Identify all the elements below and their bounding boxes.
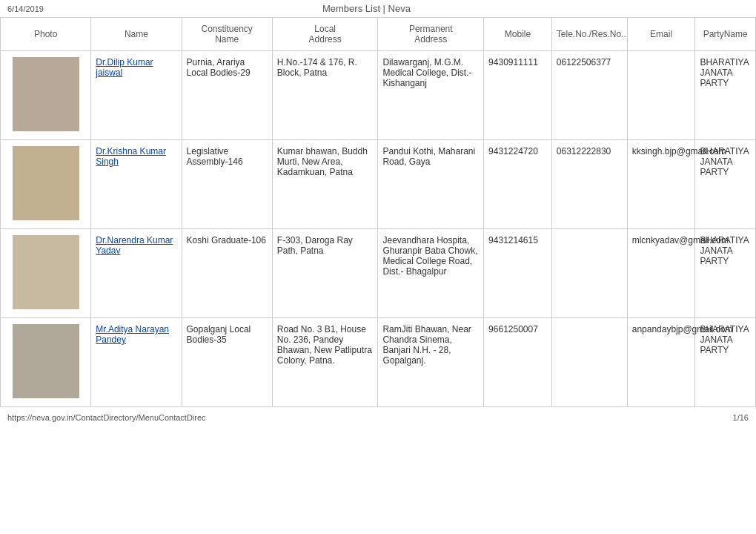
constituency-cell: Koshi Graduate-106 (182, 229, 272, 318)
page-title: Members List | Neva (44, 3, 689, 14)
email-cell: kksingh.bjp@gmail.com (627, 140, 695, 229)
photo-cell (1, 140, 91, 229)
mobile-cell: 9431224720 (484, 140, 552, 229)
member-photo (13, 146, 79, 220)
member-photo (13, 324, 79, 398)
mobile-cell: 9661250007 (484, 318, 552, 407)
table-row: Mr.Aditya Narayan PandeyGopalganj Local … (1, 318, 756, 407)
party-cell: BHARATIYA JANATA PARTY (695, 318, 756, 407)
header-local-text: LocalAddress (309, 24, 342, 44)
header-constituency: ConstituencyName (182, 18, 272, 51)
header-permanent: PermanentAddress (378, 18, 484, 51)
permanent-address-cell: Pandui Kothi, Maharani Road, Gaya (378, 140, 484, 229)
table-row: Dr.Dilip Kumar jaiswalPurnia, Arariya Lo… (1, 51, 756, 140)
member-name-cell: Mr.Aditya Narayan Pandey (91, 318, 182, 407)
email-cell: mlcnkyadav@gmail.com (627, 229, 695, 318)
header-tele: Tele.No./Res.No.. (551, 18, 627, 51)
footer-url: https://neva.gov.in/ContactDirectory/Men… (7, 413, 206, 422)
photo-cell (1, 318, 91, 407)
member-name-link[interactable]: Dr.Krishna Kumar Singh (96, 146, 166, 167)
local-address-cell: Road No. 3 B1, House No. 236, Pandey Bha… (272, 318, 378, 407)
member-name-cell: Dr.Narendra Kumar Yadav (91, 229, 182, 318)
header-photo: Photo (1, 18, 91, 51)
table-header-row: Photo Name ConstituencyName LocalAddress… (1, 18, 756, 51)
party-cell: BHARATIYA JANATA PARTY (695, 51, 756, 140)
table-row: Dr.Narendra Kumar YadavKoshi Graduate-10… (1, 229, 756, 318)
photo-cell (1, 51, 91, 140)
local-address-cell: F-303, Daroga Ray Path, Patna (272, 229, 378, 318)
bottom-bar: https://neva.gov.in/ContactDirectory/Men… (0, 410, 756, 425)
local-address-cell: Kumar bhawan, Buddh Murti, New Area, Kad… (272, 140, 378, 229)
header-party: PartyName (695, 18, 756, 51)
party-cell: BHARATIYA JANATA PARTY (695, 140, 756, 229)
header-local: LocalAddress (272, 18, 378, 51)
mobile-cell: 9430911111 (484, 51, 552, 140)
photo-cell (1, 229, 91, 318)
tele-cell: 06122506377 (551, 51, 627, 140)
header-permanent-text: PermanentAddress (409, 24, 453, 44)
tele-cell (551, 318, 627, 407)
constituency-cell: Gopalganj Local Bodies-35 (182, 318, 272, 407)
member-name-link[interactable]: Dr.Narendra Kumar Yadav (96, 235, 173, 256)
local-address-cell: H.No.-174 & 176, R. Block, Patna (272, 51, 378, 140)
member-photo (13, 235, 79, 309)
constituency-cell: Legislative Assembly-146 (182, 140, 272, 229)
member-name-cell: Dr.Krishna Kumar Singh (91, 140, 182, 229)
member-name-link[interactable]: Mr.Aditya Narayan Pandey (96, 324, 169, 345)
date-label: 6/14/2019 (7, 4, 44, 13)
permanent-address-cell: Dilawarganj, M.G.M. Medical College, Dis… (378, 51, 484, 140)
tele-cell: 06312222830 (551, 140, 627, 229)
email-cell (627, 51, 695, 140)
footer-page: 1/16 (733, 413, 749, 422)
members-table: Photo Name ConstituencyName LocalAddress… (0, 17, 756, 407)
header-mobile: Mobile (484, 18, 552, 51)
header-constituency-text: ConstituencyName (201, 24, 252, 44)
mobile-cell: 9431214615 (484, 229, 552, 318)
header-email: Email (627, 18, 695, 51)
member-photo (13, 57, 79, 131)
constituency-cell: Purnia, Arariya Local Bodies-29 (182, 51, 272, 140)
table-row: Dr.Krishna Kumar SinghLegislative Assemb… (1, 140, 756, 229)
top-bar: 6/14/2019 Members List | Neva (0, 0, 756, 17)
party-cell: BHARATIYA JANATA PARTY (695, 229, 756, 318)
email-cell: anpandaybjp@gmail.com (627, 318, 695, 407)
member-name-link[interactable]: Dr.Dilip Kumar jaiswal (96, 57, 153, 78)
member-name-cell: Dr.Dilip Kumar jaiswal (91, 51, 182, 140)
header-name: Name (91, 18, 182, 51)
permanent-address-cell: RamJiti Bhawan, Near Chandra Sinema, Ban… (378, 318, 484, 407)
permanent-address-cell: Jeevandhara Hospita, Ghuranpir Baba Chow… (378, 229, 484, 318)
tele-cell (551, 229, 627, 318)
